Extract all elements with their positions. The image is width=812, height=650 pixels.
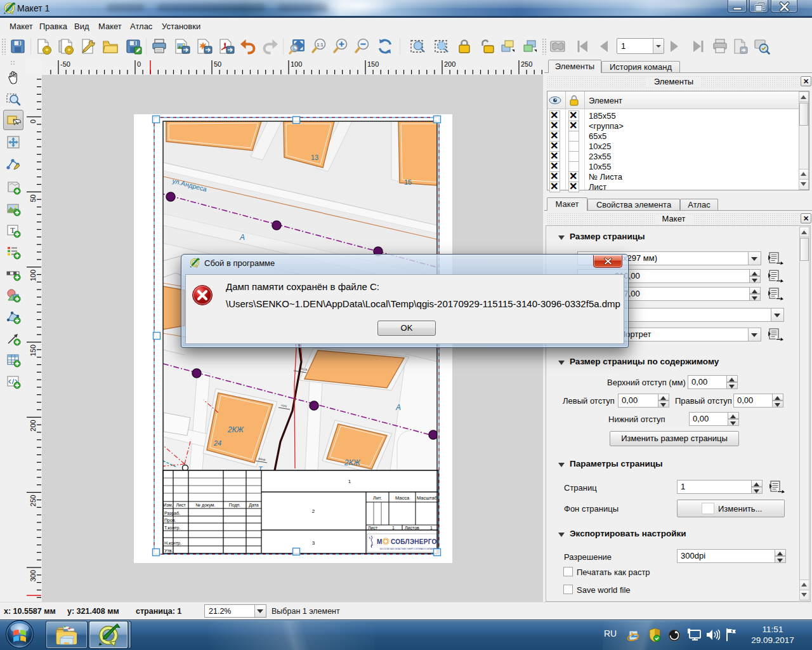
svg-text:М: М	[377, 538, 382, 545]
svg-text:2КЖ: 2КЖ	[227, 425, 244, 434]
svg-text:50: 50	[29, 194, 37, 202]
svg-text:МОСКОВСКАЯ ОБЛАСТНАЯ ЭНЕРГОСЕТ: МОСКОВСКАЯ ОБЛАСТНАЯ ЭНЕРГОСЕТЕВАЯ КОМПА…	[380, 548, 436, 550]
svg-text:Дата: Дата	[249, 503, 259, 508]
svg-text:Масштаб: Масштаб	[417, 495, 437, 501]
svg-text:Разраб.: Разраб.	[164, 511, 180, 516]
svg-text:2КЖ: 2КЖ	[344, 458, 361, 467]
svg-text:1: 1	[392, 526, 395, 530]
svg-text:А: А	[395, 403, 401, 412]
svg-text:1:1: 1:1	[317, 42, 323, 48]
svg-text:100: 100	[291, 60, 302, 68]
svg-text:0: 0	[29, 119, 37, 123]
svg-text:Лист: Лист	[368, 526, 378, 530]
svg-text:СОБЛЭНЕРГО: СОБЛЭНЕРГО	[391, 538, 437, 545]
svg-text:Листов: Листов	[405, 526, 419, 530]
svg-text:1: 1	[430, 526, 433, 530]
svg-text:-50: -50	[60, 60, 70, 68]
svg-text:24: 24	[213, 439, 221, 447]
svg-text:Масса: Масса	[395, 495, 410, 501]
svg-text:13: 13	[311, 154, 318, 161]
svg-text:Н.контр.: Н.контр.	[164, 541, 181, 546]
svg-text:Т.контр.: Т.контр.	[164, 526, 180, 531]
svg-text:250: 250	[29, 495, 37, 507]
svg-text:200: 200	[444, 60, 455, 68]
svg-text:100: 100	[29, 270, 37, 281]
svg-text:250: 250	[521, 60, 532, 68]
svg-text:50: 50	[214, 60, 221, 68]
svg-text:150: 150	[29, 345, 37, 356]
svg-text:Лит.: Лит.	[373, 495, 382, 501]
svg-text:2: 2	[312, 508, 315, 514]
svg-text:15: 15	[404, 178, 412, 186]
svg-text:Подп.: Подп.	[229, 503, 241, 508]
svg-text:3: 3	[312, 540, 315, 546]
svg-text:200: 200	[29, 420, 37, 431]
svg-text:Изм.: Изм.	[164, 503, 173, 507]
svg-text:Лист: Лист	[176, 503, 186, 507]
svg-text:300: 300	[29, 570, 37, 581]
svg-text:№ докум.: № докум.	[196, 503, 216, 508]
svg-text:Утв.: Утв.	[164, 548, 173, 553]
svg-text:1: 1	[348, 479, 351, 484]
svg-text:А: А	[239, 233, 245, 242]
svg-text:0: 0	[137, 60, 141, 68]
svg-text:Пров.: Пров.	[164, 518, 176, 523]
svg-text:150: 150	[367, 60, 379, 68]
